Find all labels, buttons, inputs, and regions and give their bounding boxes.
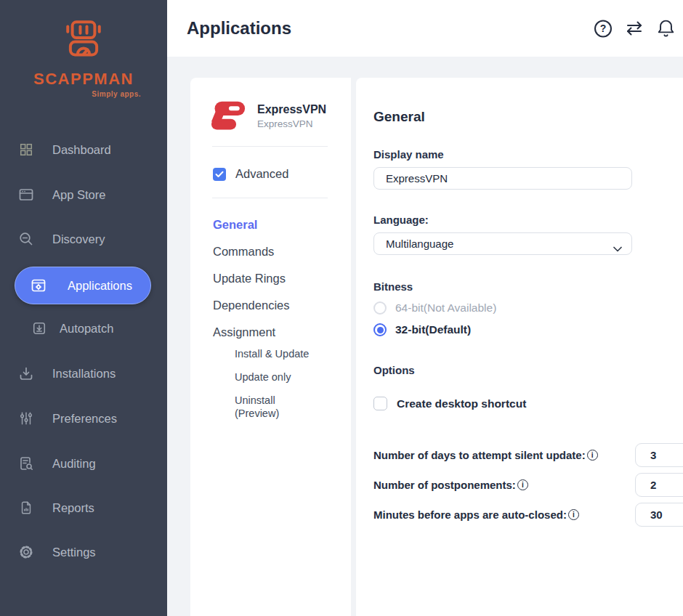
- bitness-32bit-label: 32-bit(Default): [395, 323, 471, 336]
- sidebar-item-applications[interactable]: Applications: [15, 267, 151, 304]
- general-form: General Display name Language: Multilang…: [356, 109, 683, 527]
- advanced-toggle[interactable]: Advanced: [190, 167, 351, 181]
- app-names: ExpressVPN ExpressVPN: [257, 103, 326, 129]
- advanced-label: Advanced: [235, 167, 288, 181]
- postponements-input[interactable]: [635, 473, 683, 497]
- sidebar: SCAPPMAN Simply apps. Dashboard: [0, 0, 167, 616]
- app-window-gear-icon: [31, 277, 47, 293]
- language-select-value: Multilanguage: [386, 238, 453, 250]
- app-panel: ExpressVPN ExpressVPN Advanced General C…: [190, 78, 351, 616]
- bitness-option-64bit[interactable]: 64-bit(Not Available): [373, 301, 666, 315]
- sidebar-item-label: Discovery: [52, 232, 105, 246]
- document-search-icon: [18, 455, 34, 471]
- sidebar-item-label: Dashboard: [52, 143, 111, 157]
- sidebar-item-label: Installations: [52, 367, 116, 381]
- options-label: Options: [373, 364, 666, 376]
- top-bar-icons: ?: [593, 18, 676, 38]
- sidebar-item-installations[interactable]: Installations: [0, 362, 167, 384]
- panel-nav-general[interactable]: General: [213, 211, 351, 238]
- sidebar-item-label: Settings: [52, 546, 96, 559]
- bell-icon[interactable]: [655, 18, 676, 38]
- silent-update-days-input[interactable]: [635, 443, 683, 467]
- silent-update-days-row: Number of days to attempt silent update:: [373, 443, 666, 467]
- divider: [212, 146, 328, 147]
- checkbox-empty-icon[interactable]: [373, 397, 387, 410]
- sidebar-item-reports[interactable]: Reports: [0, 497, 167, 519]
- panel-nav: General Commands Update Rings Dependenci…: [190, 211, 351, 346]
- auto-close-minutes-input[interactable]: [635, 503, 683, 527]
- app-title: ExpressVPN: [257, 103, 326, 116]
- document-chart-icon: [18, 500, 34, 516]
- panel-nav-commands[interactable]: Commands: [213, 238, 351, 265]
- auto-close-minutes-row: Minutes before apps are auto-closed:: [373, 503, 666, 527]
- radio-unselected-icon[interactable]: [373, 301, 387, 315]
- auto-close-minutes-label: Minutes before apps are auto-closed:: [373, 508, 579, 521]
- language-select[interactable]: Multilanguage: [373, 232, 632, 255]
- divider: [212, 198, 328, 198]
- expressvpn-logo-icon: [211, 100, 246, 132]
- sync-arrows-icon[interactable]: [624, 18, 644, 38]
- bitness-64bit-label: 64-bit(Not Available): [395, 301, 496, 315]
- info-icon[interactable]: [517, 479, 528, 490]
- page-title: Applications: [187, 18, 291, 38]
- checkbox-checked-icon[interactable]: [213, 168, 226, 181]
- postponements-row: Number of postponements:: [373, 473, 666, 497]
- search-minus-icon: [18, 231, 34, 247]
- bitness-option-32bit[interactable]: 32-bit(Default): [373, 323, 666, 336]
- sidebar-item-label: Applications: [68, 279, 132, 293]
- gear-icon: [18, 544, 34, 560]
- language-label: Language:: [373, 214, 666, 226]
- panel-nav-dependencies[interactable]: Dependencies: [213, 292, 351, 319]
- sidebar-item-preferences[interactable]: Preferences: [0, 408, 167, 429]
- svg-text:?: ?: [600, 23, 607, 34]
- panel-subnav: Install & Update Update only Uninstall (…: [190, 347, 351, 420]
- bitness-label: Bitness: [373, 280, 666, 293]
- postponements-label: Number of postponements:: [373, 479, 528, 491]
- sidebar-item-discovery[interactable]: Discovery: [0, 228, 167, 250]
- sidebar-item-label: Autopatch: [60, 322, 113, 336]
- sidebar-item-settings[interactable]: Settings: [0, 541, 167, 563]
- grid-icon: [18, 142, 34, 158]
- top-bar: Applications ?: [167, 0, 683, 57]
- create-desktop-shortcut-checkbox[interactable]: Create desktop shortcut: [373, 397, 666, 410]
- section-heading: General: [373, 109, 666, 125]
- panel-nav-update-rings[interactable]: Update Rings: [213, 265, 351, 292]
- radio-selected-icon[interactable]: [373, 323, 387, 336]
- panel-nav-assignment[interactable]: Assignment: [213, 319, 351, 346]
- create-desktop-shortcut-label: Create desktop shortcut: [397, 397, 526, 410]
- display-name-label: Display name: [373, 148, 666, 161]
- sidebar-item-label: Reports: [52, 501, 94, 515]
- subnav-uninstall-preview[interactable]: Uninstall (Preview): [235, 394, 290, 420]
- app-screen: SCAPPMAN Simply apps. Dashboard: [0, 0, 683, 616]
- subnav-install-update[interactable]: Install & Update: [235, 347, 322, 360]
- storefront-window-icon: [18, 187, 34, 203]
- sidebar-nav: Dashboard App Store: [0, 0, 167, 616]
- info-icon[interactable]: [587, 450, 598, 461]
- sidebar-item-label: App Store: [52, 188, 105, 202]
- sidebar-item-label: Auditing: [52, 457, 96, 471]
- chevron-down-icon: [613, 242, 622, 254]
- sliders-icon: [18, 410, 34, 426]
- subnav-update-only[interactable]: Update only: [235, 370, 322, 384]
- general-settings-card: General Display name Language: Multilang…: [356, 78, 683, 616]
- silent-update-days-label: Number of days to attempt silent update:: [373, 449, 598, 461]
- info-icon[interactable]: [568, 509, 579, 520]
- sidebar-item-auditing[interactable]: Auditing: [0, 453, 167, 474]
- sidebar-item-autopatch[interactable]: Autopatch: [0, 317, 167, 339]
- app-subtitle: ExpressVPN: [257, 118, 326, 129]
- numeric-settings: Number of days to attempt silent update:…: [373, 443, 666, 527]
- sidebar-item-dashboard[interactable]: Dashboard: [0, 139, 167, 161]
- app-header: ExpressVPN ExpressVPN: [190, 78, 351, 132]
- sidebar-item-label: Preferences: [52, 412, 117, 426]
- display-name-input[interactable]: [373, 167, 632, 190]
- sidebar-item-app-store[interactable]: App Store: [0, 184, 167, 206]
- help-icon[interactable]: ?: [593, 18, 613, 38]
- download-tray-icon: [18, 365, 34, 381]
- download-box-icon: [31, 320, 47, 336]
